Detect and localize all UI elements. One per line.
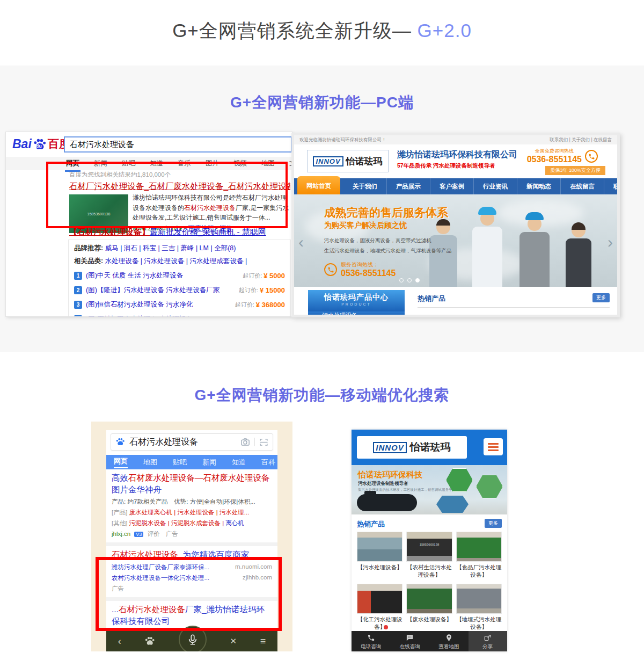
category-links[interactable]: 水处理设备 | 污水处理设备 | 污水处理成套设备 | (105, 257, 247, 265)
site-header: INNOV 怡诺珐玛 潍坊怡诺珐玛环保科技有限公司 57年品质传承 污水处理设备… (294, 144, 617, 178)
baidu-tab-news[interactable]: 新闻 (94, 159, 107, 168)
baidu-tab-web[interactable]: 网页 (66, 159, 79, 168)
tab-view-map[interactable]: 查看地图 (429, 631, 469, 651)
product-image (456, 584, 502, 614)
logo-cn-text: 怡诺珐玛 (346, 155, 383, 168)
thumbnail-phone-number: 15853600138 (87, 212, 111, 216)
result2-sub-link[interactable]: 潍坊污水处理厂设备厂家泰源环保... m.nuomi.com (112, 563, 272, 571)
mobile-tab-tieba[interactable]: 贴吧 (173, 458, 187, 467)
product-list-item[interactable]: 1 (图)中天 优质 生活 污水处理设备 起订价: ¥ 5000 (74, 271, 285, 280)
baidu-tab-video[interactable]: 视频 (233, 159, 247, 168)
nav-cases[interactable]: 客户案例 (430, 178, 474, 194)
tab-online-consult[interactable]: 在线咨询 (391, 631, 430, 651)
mobile-result1-title[interactable]: 高效石材废水处理设备—石材废水处理设备图片金华神舟 (112, 472, 272, 496)
back-icon[interactable]: ‹ (118, 636, 121, 647)
result-stats: 百度为您找到相关结果约1,810,000个 (69, 171, 171, 179)
tab-label: 在线咨询 (400, 643, 420, 650)
ad-label: 广告 (166, 531, 178, 537)
mobile-site-banner: 怡诺珐玛环保科技 污水处理设备制造领导者 集污水处理设备的技术研发，工艺设计施工… (352, 465, 507, 514)
carousel-dots[interactable] (399, 278, 420, 282)
mobile-tab-baike[interactable]: 百科 (261, 458, 275, 467)
result2-sub-link[interactable]: 农村污水处理设备一体化污水处理... zjlhhb.com (112, 574, 272, 582)
product-card[interactable]: 【食品厂污水处理设备】 (456, 532, 502, 578)
mobile-result3-title[interactable]: ...石材污水处理设备厂家_潍坊怡诺珐玛环保科技有限公司 (112, 604, 272, 627)
product-image (357, 584, 402, 614)
result2-title-link[interactable]: 【石材污水处理设备】最新批发价格_采购商机 - 慧聪网 (69, 227, 266, 237)
mobile-website-screenshot: INNOV 怡诺珐玛 怡诺珐玛环保科技 污水处理设备制造领导者 集污水处理设备的… (352, 430, 507, 651)
nav-products[interactable]: 产品展示 (387, 178, 430, 194)
mobile-search-bar[interactable]: 石材污水处理设备 (111, 433, 273, 451)
result2-rest: 最新批发价格_采购商机 - 慧聪网 (150, 227, 266, 236)
category-label: 相关品类: (74, 257, 103, 265)
nav-message[interactable]: 在线留言 (561, 178, 604, 194)
nav-contact[interactable]: 联系我们 (604, 178, 620, 194)
product-card[interactable]: 【化工污水处理设备】 (357, 584, 402, 630)
more-button[interactable]: 更多 (485, 519, 502, 528)
baidu-tab-map[interactable]: 地图 (261, 159, 275, 168)
site-nav: 网站首页 关于我们 产品展示 客户案例 行业资讯 新闻动态 在线留言 联系我们 (294, 178, 617, 194)
result1-product-links[interactable]: [产品] 废水处理离心机 | 污水处理设备 | 污水处理... (112, 509, 272, 517)
page: G+全网营销系统全新升级— G+2.0 G+全网营销新功能—PC端 Bai du… (0, 0, 644, 660)
topbar-links[interactable]: 联系我们 | 关于我们 | 在线留言 (550, 137, 612, 143)
baidu-tab-music[interactable]: 音乐 (178, 159, 191, 168)
baidu-paw-icon[interactable] (144, 636, 155, 647)
row-links: 污泥脱水设备 | 污泥脱水成套设备 | (129, 520, 226, 526)
banner-hotline-label: 服务咨询热线： (341, 261, 396, 269)
product-list-item[interactable]: 2 (图)【隆进】污水处理设备 污水处理设备厂家 起订价: ¥ 15000 (74, 286, 285, 295)
nav-news[interactable]: 新闻动态 (517, 178, 561, 194)
product-list-item[interactable]: 4 (图)石材加工废水处理 污水处理设备 起订价: ¥ 40000 (74, 315, 285, 317)
hamburger-icon[interactable] (484, 438, 503, 455)
camera-icon[interactable] (240, 437, 250, 447)
item-link[interactable]: (图)石材加工废水处理 污水处理设备 (86, 315, 193, 317)
baidu-logo: Bai du 百度 (12, 136, 70, 151)
tab-share[interactable]: 分享 (469, 631, 508, 651)
baidu-tab-tieba[interactable]: 贴吧 (122, 159, 135, 168)
product-caption: 【农村生活污水处理设备】 (406, 563, 452, 578)
rating-link[interactable]: 评价 (148, 531, 160, 537)
baidu-tab-zhidao[interactable]: 知道 (150, 159, 163, 168)
mobile-tab-web[interactable]: 网页 (114, 456, 128, 468)
baidu-tab-image[interactable]: 图片 (206, 159, 219, 168)
item-link[interactable]: (图)【隆进】污水处理设备 污水处理设备厂家 (86, 286, 219, 295)
mobile-tab-news[interactable]: 新闻 (202, 458, 216, 467)
product-card[interactable]: 【污水处理设备】 (357, 532, 402, 578)
product-center-title: 怡诺珐玛产品中心 (308, 293, 405, 302)
product-list-item[interactable]: 3 (图)恒信石材污水处理设备 污水净化 起订价: ¥ 368000 (74, 300, 285, 309)
result1-url[interactable]: jhlxj.cn (112, 531, 130, 537)
mobile-result2-title[interactable]: 石材污水处理设备_为您精选百度商家 (112, 549, 272, 561)
warranty-badge: 质保3年 100%安全方便 (545, 166, 605, 175)
more-button[interactable]: 更多 (592, 293, 610, 302)
brand-panel: 品牌推荐: 威马 | 润石 | 科宝 | 三吉 | 萧峰 | LM | 全部(8… (68, 240, 291, 317)
price-value: ¥ 40000 (260, 315, 285, 317)
mobile-search-input[interactable]: 石材污水处理设备 (129, 437, 240, 448)
mobile-tab-zhidao[interactable]: 知道 (232, 458, 246, 467)
item-link[interactable]: (图)中天 优质 生活 污水处理设备 (86, 271, 183, 280)
scan-icon[interactable] (259, 437, 268, 447)
price-value: ¥ 368000 (256, 301, 285, 309)
chevron-left-icon[interactable]: ‹ (298, 233, 304, 251)
result1-other-links[interactable]: [其他] 污泥脱水设备 | 污泥脱水成套设备 | 离心机 (112, 519, 272, 527)
site-banner-carousel: 成熟完善的售后服务体系 为购买客户解决后顾之忧 污水处理设备，固液分离设备，真空… (294, 194, 617, 287)
nav-industry[interactable]: 行业资讯 (474, 178, 517, 194)
tab-label: 电话咨询 (361, 643, 381, 650)
baidu-search-input[interactable]: 石材污水处理设备 (64, 136, 292, 153)
tab-phone-consult[interactable]: 电话咨询 (352, 631, 391, 651)
product-card[interactable]: 【废水处理设备】 (406, 584, 452, 630)
result1-title-link[interactable]: 石材厂污水处理设备_石材厂废水处理设备_石材污水处理设备厂家 (69, 181, 290, 192)
site-logo: INNOV 怡诺珐玛 (307, 150, 389, 172)
brand-links[interactable]: 威马 | 润石 | 科宝 | 三吉 | 萧峰 | LM | 全部(8) (105, 244, 236, 252)
baidu-logo-du: du (36, 143, 42, 149)
nav-home[interactable]: 网站首页 (297, 176, 340, 194)
item-link[interactable]: (图)恒信石材污水处理设备 污水净化 (86, 300, 193, 309)
sidebar-item-sewage[interactable]: 污水处理设备 (308, 311, 405, 317)
row-link-blue: 离心机 (225, 520, 244, 526)
chevron-right-icon[interactable]: › (608, 233, 613, 251)
nav-about[interactable]: 关于我们 (343, 178, 387, 194)
mobile-tab-map[interactable]: 地图 (143, 458, 157, 467)
product-card[interactable]: 15853600138 【农村生活污水处理设备】 (406, 532, 452, 578)
product-card[interactable]: 【地埋式污水处理设备】 (456, 584, 502, 630)
menu-icon[interactable]: ≡ (260, 636, 266, 647)
row-links: 废水处理离心机 | 污水处理设备 | 污水处理... (129, 509, 250, 516)
close-icon[interactable]: ✕ (230, 636, 237, 646)
mic-button[interactable] (179, 631, 207, 651)
